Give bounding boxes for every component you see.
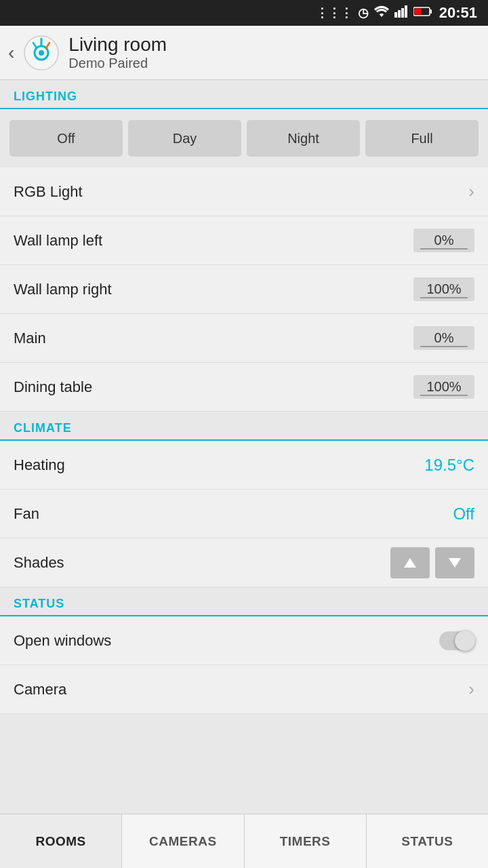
- battery-icon: [413, 6, 432, 20]
- open-windows-row: Open windows: [0, 616, 488, 665]
- svg-rect-6: [430, 9, 432, 14]
- rgb-light-chevron: ›: [468, 181, 474, 202]
- header-subtitle: Demo Paired: [68, 56, 167, 71]
- header: ‹ Living room Demo Paired: [0, 26, 488, 80]
- svg-rect-0: [394, 12, 397, 18]
- climate-section-header: CLIMATE: [0, 412, 488, 441]
- wall-lamp-left-value[interactable]: 0%: [413, 229, 474, 252]
- shades-controls: [390, 547, 474, 578]
- bottom-nav: ROOMS CAMERAS TIMERS STATUS: [0, 814, 488, 868]
- dining-table-row: Dining table 100%: [0, 363, 488, 412]
- lighting-full-button[interactable]: Full: [365, 120, 479, 157]
- signal-icon: [394, 5, 408, 21]
- svg-rect-2: [401, 8, 404, 18]
- wifi-icon: [374, 5, 389, 21]
- svg-point-9: [39, 50, 44, 56]
- shades-up-button[interactable]: [390, 547, 430, 578]
- dining-table-label: Dining table: [14, 378, 92, 396]
- wall-lamp-left-row: Wall lamp left 0%: [0, 216, 488, 265]
- heating-row[interactable]: Heating 19.5°C: [0, 441, 488, 490]
- nav-cameras[interactable]: CAMERAS: [122, 814, 244, 868]
- shades-label: Shades: [14, 554, 64, 572]
- lighting-off-button[interactable]: Off: [9, 120, 123, 157]
- svg-rect-3: [405, 5, 407, 18]
- svg-marker-14: [449, 558, 461, 568]
- svg-marker-13: [404, 558, 416, 568]
- rgb-light-row[interactable]: RGB Light ›: [0, 167, 488, 216]
- heating-value: 19.5°C: [424, 456, 474, 475]
- open-windows-toggle[interactable]: [439, 631, 474, 650]
- shades-down-button[interactable]: [435, 547, 474, 578]
- chevron-down-icon: [447, 555, 462, 570]
- wall-lamp-left-right: 0%: [413, 229, 474, 252]
- app-logo: [24, 35, 59, 71]
- wall-lamp-right-value[interactable]: 100%: [413, 277, 474, 301]
- fan-row[interactable]: Fan Off: [0, 490, 488, 538]
- nav-status[interactable]: STATUS: [367, 814, 488, 868]
- wall-lamp-right-right: 100%: [413, 277, 474, 301]
- chevron-up-icon: [403, 555, 418, 570]
- main-light-row: Main 0%: [0, 314, 488, 363]
- header-text: Living room Demo Paired: [68, 34, 167, 71]
- camera-label: Camera: [14, 681, 66, 698]
- status-icons: ⋮⋮⋮ ◷: [316, 5, 432, 21]
- clock: 20:51: [439, 4, 477, 22]
- rgb-light-right: ›: [468, 181, 474, 202]
- dining-table-right: 100%: [413, 375, 474, 399]
- main-light-value[interactable]: 0%: [413, 326, 474, 350]
- main-light-label: Main: [14, 330, 46, 347]
- main-light-right: 0%: [413, 326, 474, 350]
- nav-timers[interactable]: TIMERS: [245, 814, 367, 868]
- wall-lamp-right-row: Wall lamp right 100%: [0, 265, 488, 314]
- menu-icon: ⋮⋮⋮: [316, 5, 352, 20]
- content-area: LIGHTING Off Day Night Full RGB Light › …: [0, 80, 488, 814]
- fan-value: Off: [453, 505, 474, 524]
- status-section-header: STATUS: [0, 587, 488, 616]
- alarm-icon: ◷: [358, 5, 369, 20]
- toggle-knob: [455, 631, 475, 651]
- wall-lamp-right-label: Wall lamp right: [14, 281, 112, 298]
- lighting-buttons-row: Off Day Night Full: [0, 109, 488, 167]
- camera-row[interactable]: Camera ›: [0, 665, 488, 714]
- shades-row: Shades: [0, 538, 488, 587]
- camera-chevron: ›: [468, 679, 474, 700]
- nav-rooms[interactable]: ROOMS: [0, 814, 122, 868]
- back-button[interactable]: ‹: [8, 42, 14, 64]
- rgb-light-label: RGB Light: [14, 183, 83, 201]
- lighting-night-button[interactable]: Night: [247, 120, 360, 157]
- dining-table-value[interactable]: 100%: [413, 375, 474, 399]
- heating-label: Heating: [14, 456, 65, 474]
- header-title: Living room: [68, 34, 167, 56]
- lighting-section-header: LIGHTING: [0, 80, 488, 109]
- svg-rect-1: [398, 10, 401, 18]
- status-bar: ⋮⋮⋮ ◷ 20:51: [0, 0, 488, 26]
- lighting-day-button[interactable]: Day: [128, 120, 241, 157]
- open-windows-label: Open windows: [14, 632, 111, 650]
- svg-rect-5: [414, 8, 421, 14]
- wall-lamp-left-label: Wall lamp left: [14, 232, 102, 250]
- fan-label: Fan: [14, 505, 39, 523]
